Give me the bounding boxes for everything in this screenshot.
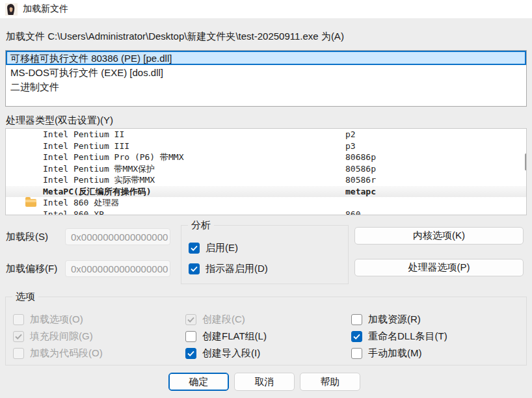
processor-row-clipped[interactable]: Intel 860 XP 860: [6, 209, 526, 216]
checkbox-label: 加载资源(R): [368, 313, 421, 326]
processor-code: metapc: [345, 186, 376, 198]
dialog-title: 加载新文件: [23, 3, 68, 15]
folder-icon: [25, 199, 36, 207]
processor-name: Intel 860 处理器: [43, 197, 119, 209]
checkbox-fill-segment-gaps[interactable]: 填充段间隙(G): [13, 330, 93, 343]
scrollbar-thumb[interactable]: [525, 153, 527, 170]
processor-name: Intel Pentium 带MMX保护: [43, 163, 155, 175]
checkbox-load-resources[interactable]: 加载资源(R): [351, 313, 421, 326]
load-new-file-dialog: 加载新文件 加载文件 C:\Users\Administrator\Deskto…: [0, 0, 532, 398]
checkbox-icon: [185, 331, 196, 342]
checkbox-create-segments[interactable]: 创建段(C): [185, 313, 245, 326]
load-segment-input[interactable]: [65, 228, 170, 245]
processor-row-group[interactable]: Intel 860 处理器: [6, 197, 526, 209]
format-item-msdos[interactable]: MS-DOS可执行文件 (EXE) [dos.dll]: [6, 65, 526, 79]
checkbox-label: 创建段(C): [202, 313, 245, 326]
checkbox-label: 填充段间隙(G): [30, 330, 93, 343]
checkbox-create-imports-segment[interactable]: 创建导入段(I): [185, 347, 260, 360]
checkbox-loading-options[interactable]: 加载选项(O): [13, 313, 83, 326]
processor-row-metapc-selected[interactable]: MetaPC(反汇编所有操作码) metapc: [6, 186, 526, 198]
checkbox-label: 启用(E): [206, 242, 238, 254]
processor-row[interactable]: Intel Pentium II p2: [6, 129, 526, 140]
processor-code: 80686p: [345, 152, 376, 163]
checkbox-manual-load[interactable]: 手动加载(M): [351, 347, 422, 360]
checkbox-icon: [13, 348, 24, 359]
format-item-pe[interactable]: 可移植可执行文件 80386 (PE) [pe.dll]: [6, 51, 526, 65]
processor-row[interactable]: Intel Pentium 实际带MMX 80586r: [6, 174, 526, 186]
checkbox-analysis-enable[interactable]: 启用(E): [189, 241, 238, 254]
processor-row[interactable]: Intel Pentium Pro (P6) 带MMX 80686p: [6, 152, 526, 163]
ida-app-icon: [5, 3, 18, 16]
checkbox-indicator-enable[interactable]: 指示器启用(D): [189, 262, 268, 275]
processor-code: p3: [345, 140, 356, 152]
processor-name: Intel Pentium III: [43, 140, 129, 152]
checkbox-icon: [351, 331, 362, 342]
checkbox-icon: [185, 348, 196, 359]
processor-code: 860: [345, 209, 360, 216]
checkbox-icon: [13, 314, 24, 325]
options-group-title: 选项: [12, 291, 38, 303]
checkbox-icon: [185, 314, 196, 325]
checkbox-label: 加载选项(O): [30, 313, 83, 326]
processor-name: Intel Pentium II: [43, 129, 124, 140]
checkbox-rename-dll-entries[interactable]: 重命名DLL条目(T): [351, 330, 447, 343]
processor-name: Intel Pentium 实际带MMX: [43, 174, 155, 186]
kernel-options-button[interactable]: 内核选项(K): [354, 227, 524, 245]
load-offset-input[interactable]: [65, 260, 170, 277]
cancel-button[interactable]: 取消: [234, 373, 295, 391]
processor-options-button[interactable]: 处理器选项(P): [354, 259, 524, 276]
processor-row[interactable]: Intel Pentium 带MMX保护 80586p: [6, 163, 526, 175]
checkbox-label: 创建FLAT组(L): [202, 330, 267, 343]
checkbox-create-flat-group[interactable]: 创建FLAT组(L): [185, 330, 267, 343]
processor-name: Intel 860 XP: [43, 209, 104, 216]
ok-button[interactable]: 确定: [168, 373, 229, 391]
processor-code: p2: [345, 129, 356, 140]
processor-name: MetaPC(反汇编所有操作码): [43, 186, 152, 198]
checkbox-label: 指示器启用(D): [206, 263, 268, 275]
load-file-path-label: 加载文件 C:\Users\Administrator\Desktop\新建文件…: [6, 31, 344, 43]
analysis-group-title: 分析: [188, 219, 214, 232]
processor-code: 80586p: [345, 163, 376, 175]
checkbox-label: 重命名DLL条目(T): [368, 330, 447, 343]
checkbox-icon: [13, 331, 24, 342]
processor-code: 80586r: [345, 174, 376, 186]
processor-type-label: 处理器类型(双击设置)(Y): [6, 114, 113, 127]
checkbox-label: 手动加载(M): [368, 347, 422, 360]
format-item-binary[interactable]: 二进制文件: [6, 79, 526, 94]
file-format-listbox: 可移植可执行文件 80386 (PE) [pe.dll] MS-DOS可执行文件…: [5, 50, 527, 107]
checkbox-label: 加载为代码段(O): [30, 347, 103, 360]
processor-row[interactable]: Intel Pentium III p3: [6, 140, 526, 152]
checkbox-load-as-code-segment[interactable]: 加载为代码段(O): [13, 347, 103, 360]
checkbox-icon: [351, 348, 362, 359]
checkbox-icon: [351, 314, 362, 325]
processor-name: Intel Pentium Pro (P6) 带MMX: [43, 152, 184, 163]
checkbox-icon: [189, 263, 200, 274]
processor-listbox: Intel Pentium II p2 Intel Pentium III p3…: [5, 128, 527, 215]
title-bar: 加载新文件: [0, 0, 532, 18]
checkbox-label: 创建导入段(I): [202, 347, 260, 360]
help-button[interactable]: 帮助: [300, 373, 360, 391]
analysis-groupbox: 分析: [181, 225, 349, 284]
load-segment-label: 加载段(S): [6, 231, 48, 243]
checkbox-icon: [189, 243, 200, 254]
load-offset-label: 加载偏移(F): [6, 263, 57, 275]
